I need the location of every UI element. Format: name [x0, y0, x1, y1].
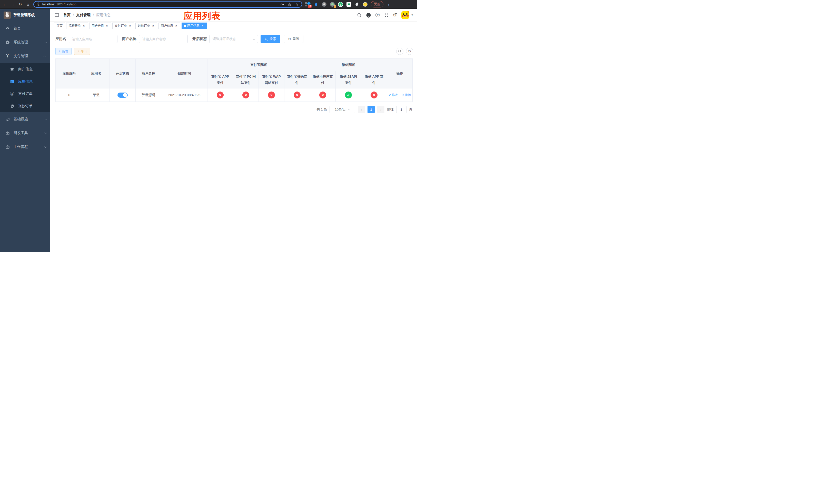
extension-pixiv-icon[interactable]: 10	[305, 2, 310, 7]
search-icon	[265, 38, 268, 41]
sidebar-item-label: 商户信息	[18, 67, 32, 71]
close-icon[interactable]: ×	[201, 24, 204, 28]
sidebar-item-dev-tools[interactable]: 研发工具	[0, 126, 50, 140]
tags-view-bar: 首页 流程表单× 用户分组× 支付订单× 退款订单× 商户信息× 应用信息×	[50, 22, 417, 30]
navbar: 首页 / 支付管理 / 应用信息 应用列表 ? tT	[50, 9, 417, 22]
chevron-down-icon	[44, 132, 47, 134]
edit-link[interactable]: 修改	[388, 93, 398, 97]
cell-app-name: 芋道	[83, 88, 110, 102]
extension-chat-icon[interactable]	[346, 2, 351, 7]
tab-user-group[interactable]: 用户分组×	[89, 23, 111, 29]
app-name-input[interactable]	[69, 35, 117, 43]
avatar-caret-icon[interactable]: ▾	[411, 13, 413, 17]
reload-icon[interactable]: ↻	[18, 2, 23, 6]
extension-drop-icon[interactable]	[313, 2, 319, 7]
password-key-icon[interactable]	[280, 2, 284, 6]
reset-button[interactable]: ↻ 重置	[284, 35, 303, 43]
enabled-switch[interactable]	[117, 93, 128, 98]
sidebar-item-infrastructure[interactable]: 基础设施	[0, 112, 50, 126]
browser-profile-avatar[interactable]	[363, 2, 368, 7]
close-icon[interactable]: ×	[128, 24, 132, 28]
back-icon[interactable]: ←	[3, 2, 7, 6]
col-header-wechat-app: 微信 APP 支付	[361, 71, 387, 88]
extension-onetab-icon[interactable]: 1	[330, 2, 335, 7]
search-button[interactable]: 搜索	[261, 35, 280, 43]
font-size-icon[interactable]: tT	[393, 13, 397, 18]
status-cross-icon: ×	[294, 92, 301, 98]
forward-icon[interactable]: →	[10, 2, 15, 6]
site-info-icon[interactable]: ⓘ	[37, 2, 40, 7]
chevron-up-icon	[44, 55, 46, 58]
share-icon[interactable]	[288, 2, 291, 6]
close-icon[interactable]: ×	[82, 24, 86, 28]
col-header-wechat-jsapi: 微信 JSAPI 支付	[336, 71, 361, 88]
logo-avatar	[4, 12, 11, 19]
close-icon[interactable]: ×	[174, 24, 178, 28]
tab-process-form[interactable]: 流程表单×	[66, 23, 88, 29]
breadcrumb-payment[interactable]: 支付管理	[76, 13, 90, 18]
address-bar[interactable]: ⓘ localhost:1024/pay/app ☆	[33, 1, 302, 8]
refresh-table-button[interactable]: ↻	[406, 48, 413, 55]
chrome-menu-icon[interactable]: ⋮	[387, 2, 391, 6]
chrome-update-button[interactable]: 更新	[371, 1, 383, 7]
goto-label: 前往	[387, 107, 394, 112]
breadcrumb-home[interactable]: 首页	[63, 13, 70, 18]
home-icon[interactable]: ⌂	[26, 2, 30, 6]
page-1-button[interactable]: 1	[368, 106, 375, 113]
toolbox-icon	[5, 145, 10, 149]
sidebar-item-refund-order[interactable]: 退款订单	[0, 100, 50, 112]
next-page-button[interactable]: ›	[377, 106, 385, 113]
goto-page-input[interactable]	[396, 106, 407, 113]
extension-y-icon[interactable]: y	[338, 2, 343, 7]
status-label: 开启状态	[192, 37, 207, 41]
sidebar-item-home[interactable]: 首页	[0, 22, 50, 36]
tab-home[interactable]: 首页	[54, 23, 65, 29]
extensions-puzzle-icon[interactable]	[354, 2, 359, 7]
close-icon[interactable]: ×	[105, 24, 109, 28]
page-size-select[interactable]: 10条/页	[330, 106, 355, 113]
prev-page-button[interactable]: ‹	[358, 106, 365, 113]
fullscreen-icon[interactable]	[384, 13, 389, 18]
sidebar-item-merchant-info[interactable]: 商户信息	[0, 63, 50, 75]
dashboard-icon	[5, 26, 10, 31]
cell-created-at: 2021-10-23 08:49:25	[161, 88, 207, 102]
sidebar-collapse-icon[interactable]	[54, 13, 59, 18]
sidebar-item-label: 基础设施	[14, 117, 28, 121]
cell-merchant: 芋道源码	[136, 88, 161, 102]
tab-merchant-info[interactable]: 商户信息×	[158, 23, 180, 29]
pencil-icon	[388, 94, 391, 96]
yen-circle-icon: ¥	[10, 92, 14, 96]
extension-command-icon[interactable]: ⌘	[322, 2, 327, 7]
chevron-down-icon	[253, 38, 256, 41]
status-select[interactable]: 请选择开启状态	[209, 35, 258, 43]
bookmark-star-icon[interactable]: ☆	[295, 2, 299, 7]
help-icon[interactable]: ?	[375, 13, 380, 17]
gear-icon	[5, 40, 10, 45]
user-avatar[interactable]	[401, 11, 409, 19]
trash-icon	[401, 93, 404, 96]
tab-refund-order[interactable]: 退款订单×	[135, 23, 157, 29]
url-path: :1024/pay/app	[56, 3, 76, 6]
sidebar-item-system[interactable]: 系统管理	[0, 36, 50, 49]
close-icon[interactable]: ×	[151, 24, 155, 28]
github-icon[interactable]	[366, 13, 371, 18]
add-button[interactable]: + 新增	[56, 48, 71, 55]
export-button[interactable]: ↓ 导出	[74, 48, 90, 55]
table-toolbar: + 新增 ↓ 导出 ↻	[56, 48, 413, 55]
merchant-name-input[interactable]	[139, 35, 188, 43]
col-header-app-id: 应用编号	[56, 59, 83, 88]
header-search-icon[interactable]	[357, 13, 361, 18]
sidebar-item-pay-order[interactable]: ¥ 支付订单	[0, 88, 50, 100]
tab-app-info[interactable]: 应用信息×	[181, 23, 207, 29]
delete-link[interactable]: 删除	[401, 93, 411, 97]
active-dot	[184, 25, 186, 27]
app-logo[interactable]: 芋道管理系统	[0, 9, 50, 22]
toggle-search-button[interactable]	[396, 48, 403, 55]
tab-pay-order[interactable]: 支付订单×	[112, 23, 134, 29]
sidebar-item-app-info[interactable]: 应用信息	[0, 75, 50, 88]
sidebar-item-payment[interactable]: ¥ 支付管理	[0, 49, 50, 63]
shop-icon	[10, 67, 14, 71]
url-text: localhost:1024/pay/app	[42, 3, 76, 6]
col-header-status: 开启状态	[110, 59, 136, 88]
sidebar-item-workflow[interactable]: 工作流程	[0, 140, 50, 154]
